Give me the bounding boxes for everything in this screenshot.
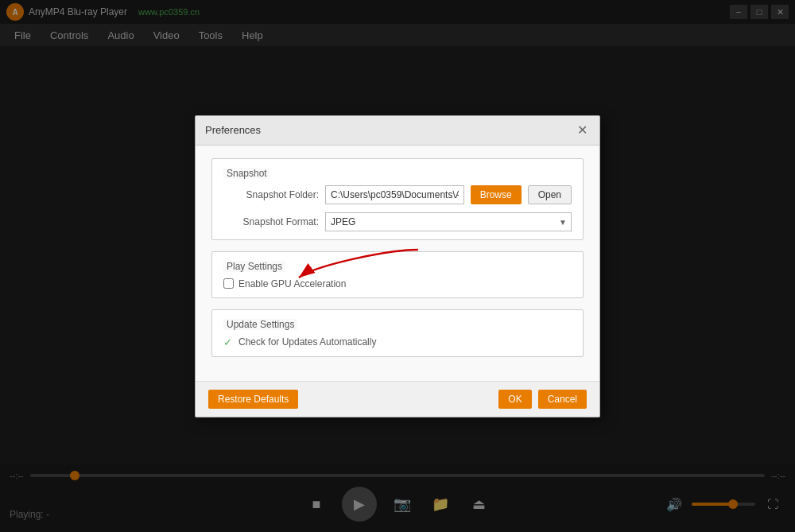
snapshot-folder-label: Snapshot Folder: <box>223 189 319 200</box>
play-settings-section: Play Settings Enable GPU Acceleration <box>211 251 584 298</box>
ok-button[interactable]: OK <box>498 390 531 409</box>
snapshot-section: Snapshot Snapshot Folder: Browse Open Sn… <box>211 158 584 240</box>
footer-right-buttons: OK Cancel <box>498 390 587 409</box>
open-button[interactable]: Open <box>528 185 572 204</box>
gpu-acceleration-row: Enable GPU Acceleration <box>223 278 572 289</box>
gpu-acceleration-checkbox[interactable] <box>223 278 234 289</box>
preferences-dialog: Preferences ✕ Snapshot Snapshot Folder: … <box>195 115 600 417</box>
dialog-titlebar: Preferences ✕ <box>196 116 599 146</box>
update-settings-section: Update Settings ✓ Check for Updates Auto… <box>211 309 584 357</box>
auto-update-row: ✓ Check for Updates Automatically <box>223 336 572 348</box>
snapshot-format-label: Snapshot Format: <box>223 216 319 227</box>
dialog-body: Snapshot Snapshot Folder: Browse Open Sn… <box>196 146 599 381</box>
snapshot-folder-row: Snapshot Folder: Browse Open <box>223 185 572 204</box>
snapshot-format-row: Snapshot Format: JPEG PNG BMP ▼ <box>223 212 572 231</box>
snapshot-section-label: Snapshot <box>223 168 270 179</box>
snapshot-folder-input[interactable] <box>325 185 464 204</box>
dialog-overlay: Preferences ✕ Snapshot Snapshot Folder: … <box>0 0 795 532</box>
restore-defaults-button[interactable]: Restore Defaults <box>208 390 298 409</box>
cancel-button[interactable]: Cancel <box>538 390 587 409</box>
snapshot-format-select[interactable]: JPEG PNG BMP <box>325 212 572 231</box>
auto-update-label: Check for Updates Automatically <box>238 336 376 348</box>
dialog-footer: Restore Defaults OK Cancel <box>196 381 599 417</box>
play-settings-label: Play Settings <box>223 261 285 272</box>
gpu-acceleration-label: Enable GPU Acceleration <box>238 278 346 289</box>
dialog-title: Preferences <box>205 124 261 136</box>
browse-button[interactable]: Browse <box>471 185 522 204</box>
update-settings-label: Update Settings <box>223 319 297 330</box>
snapshot-format-wrapper: JPEG PNG BMP ▼ <box>325 212 572 231</box>
checkmark-icon: ✓ <box>223 336 232 348</box>
dialog-close-button[interactable]: ✕ <box>574 122 590 138</box>
